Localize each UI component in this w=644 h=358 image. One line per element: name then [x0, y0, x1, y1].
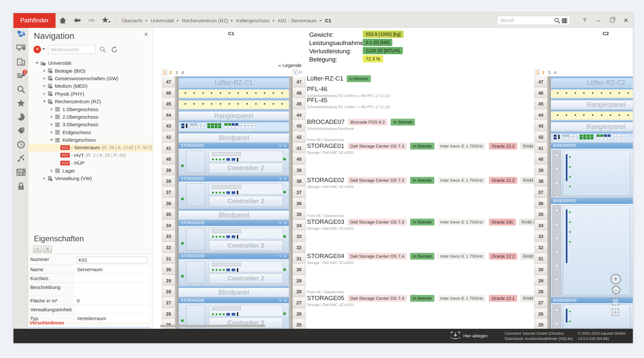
rack-device-patch[interactable] — [551, 87, 633, 98]
device-name[interactable]: STORAGE03 — [307, 218, 344, 226]
storage-vh-toggle[interactable]: V H — [279, 177, 287, 181]
rack-device-blindpanel[interactable]: Blindpanel — [178, 209, 289, 220]
tree-item[interactable]: Lager — [28, 167, 153, 174]
topology-network-button[interactable] — [13, 152, 28, 166]
rack-side-tab[interactable]: 1 — [535, 70, 540, 75]
search-icon[interactable] — [554, 17, 561, 24]
property-value[interactable]: Verteilerraum — [75, 314, 149, 322]
favorite-add-button[interactable] — [101, 15, 112, 26]
rack-device-blindpanel[interactable]: Blindpanel — [178, 286, 289, 297]
tree-item[interactable]: Medizin (MED) — [28, 82, 153, 90]
rack-device-storage03[interactable]: STORAGE03V HController 2 — [178, 220, 289, 253]
rack-device-patch[interactable] — [551, 109, 633, 120]
maximize-button[interactable] — [605, 15, 619, 26]
storage-vh-toggle[interactable]: V H — [279, 254, 287, 258]
tree-item[interactable]: Rechenzentrum (RZ) — [28, 98, 153, 105]
rack-device-patch[interactable] — [178, 87, 289, 98]
rack-side-tab[interactable]: 3 — [174, 70, 179, 75]
history-clock-button[interactable] — [13, 138, 28, 152]
add-node-button[interactable]: + — [34, 46, 41, 53]
rack-device-rangierpanel[interactable]: Rangierpanel — [551, 98, 633, 109]
rack-device-patch[interactable] — [178, 98, 289, 109]
rack-device-storage01[interactable]: STORAGE01V HController 2 — [178, 143, 289, 176]
expand-icon[interactable] — [50, 169, 53, 172]
rack-side-tab[interactable]: 2 — [541, 70, 546, 75]
rack-side-tab[interactable]: 3 — [547, 70, 552, 75]
tree-item[interactable]: K03- HÜP — [28, 159, 153, 167]
device-name[interactable]: Lüfter-RZ-C1 — [307, 75, 343, 82]
expand-icon[interactable] — [43, 69, 46, 72]
search-button[interactable] — [13, 83, 28, 97]
lock-button[interactable] — [13, 180, 28, 194]
structure-search-input[interactable] — [48, 45, 96, 54]
breadcrumb-item[interactable]: K01 - Serverraum — [278, 18, 317, 23]
tree-item[interactable]: Physik (PHY) — [28, 90, 153, 98]
auto-layout-button[interactable]: A — [612, 309, 619, 316]
breadcrumb[interactable]: Übersicht▶Universität▶Rechenzentrum (RZ)… — [122, 18, 497, 23]
back-button[interactable] — [72, 15, 83, 26]
navigation-close-button[interactable]: ✕ — [144, 31, 148, 37]
barcode-icon[interactable] — [562, 17, 568, 24]
tree-item[interactable]: Erdgeschoss — [28, 129, 153, 136]
property-value[interactable] — [75, 283, 149, 296]
rack-device-rangierpanel[interactable]: Rangierpanel — [551, 120, 633, 131]
add-node-caret-icon[interactable] — [42, 48, 45, 51]
horizontal-scrollbar[interactable] — [160, 325, 265, 327]
storage-vh-toggle[interactable]: V H — [279, 144, 287, 148]
tree-item[interactable]: Kellergeschoss — [28, 136, 153, 144]
view-h-toggle[interactable]: H — [299, 70, 302, 75]
expand-icon[interactable] — [43, 77, 46, 80]
expand-icon[interactable] — [50, 115, 53, 118]
room-plan-button[interactable] — [13, 56, 28, 69]
property-value-input[interactable]: K01 — [77, 256, 147, 263]
tree-item[interactable]: Biologie (BIO) — [28, 67, 153, 74]
tree-item[interactable]: K02- HVT(R: 2 | A: 25 | P: 44) — [28, 152, 153, 159]
tree-item[interactable]: 1.Obergeschoss — [28, 105, 153, 113]
device-name[interactable]: BROCADE07 — [307, 118, 345, 126]
device-name[interactable]: STORAGE05 — [307, 295, 344, 302]
rack-device-storage04[interactable]: STORAGE04V HController 2 — [178, 253, 289, 286]
breadcrumb-item[interactable]: Rechenzentrum (RZ) — [182, 18, 228, 23]
collapse-icon[interactable] — [35, 61, 39, 64]
rack-device-switch[interactable] — [178, 120, 289, 131]
property-value[interactable] — [75, 274, 149, 282]
rack-device-l-fter-rz-c2[interactable]: Lüfter-RZ-C2 — [551, 76, 633, 87]
breadcrumb-item[interactable]: Übersicht — [122, 18, 142, 23]
minimize-button[interactable]: – — [591, 15, 605, 26]
breadcrumb-item[interactable]: Universität — [150, 18, 174, 23]
tree-item[interactable]: K01- Serverraum(R: 28 | A: 2145 | P: 927… — [28, 144, 153, 151]
rack-device-l-fter-rz-c1[interactable]: Lüfter-RZ-C1 — [178, 76, 289, 87]
rack-device-blindpanel[interactable]: Blindpanel — [178, 131, 289, 142]
favorites-star-button[interactable] — [13, 97, 28, 111]
legend-link[interactable]: « Legende — [262, 62, 302, 68]
tree-item[interactable]: 3.Obergeschoss — [28, 121, 153, 128]
expand-icon[interactable] — [43, 177, 46, 180]
rack-device-storage05[interactable]: STORAGE05V HController 2 — [178, 297, 289, 329]
structure-search-icon[interactable] — [99, 46, 106, 53]
property-value[interactable]: K01 — [75, 255, 149, 265]
device-name[interactable]: STORAGE02 — [307, 177, 344, 184]
rack-device-bandsrv03[interactable]: BANDSRV03 — [551, 297, 633, 329]
device-name[interactable]: STORAGE04 — [307, 252, 344, 260]
expand-icon[interactable] — [50, 108, 53, 111]
zoom-in-button[interactable]: + — [610, 274, 621, 284]
tree-item[interactable]: Universität — [28, 59, 153, 67]
rack-device-rangierpanel[interactable]: Rangierpanel — [178, 109, 289, 120]
rack-device-storage02[interactable]: STORAGE02V HController 2 — [178, 176, 289, 208]
tree-item[interactable]: Verwaltung (VW) — [28, 175, 153, 182]
ip-address-button[interactable]: 192.0.0.1 — [13, 166, 28, 180]
rack-side-tab[interactable]: 2 — [168, 70, 173, 75]
close-button[interactable]: ✕ — [619, 15, 633, 26]
forward-button[interactable] — [86, 15, 97, 26]
rack-side-tab[interactable]: 1 — [162, 70, 167, 75]
expand-icon[interactable] — [43, 84, 46, 87]
storage-vh-toggle[interactable]: V H — [279, 221, 287, 225]
tools-button[interactable]: 3 — [13, 69, 28, 83]
statistics-pie-button[interactable] — [13, 111, 28, 125]
rack-device-switch[interactable] — [551, 131, 633, 142]
expand-icon[interactable] — [50, 123, 53, 126]
rack-side-tab[interactable]: 4 — [553, 70, 558, 75]
property-value[interactable] — [75, 305, 149, 314]
fit-view-button[interactable] — [612, 298, 619, 305]
zoom-out-button[interactable]: – — [612, 286, 620, 294]
